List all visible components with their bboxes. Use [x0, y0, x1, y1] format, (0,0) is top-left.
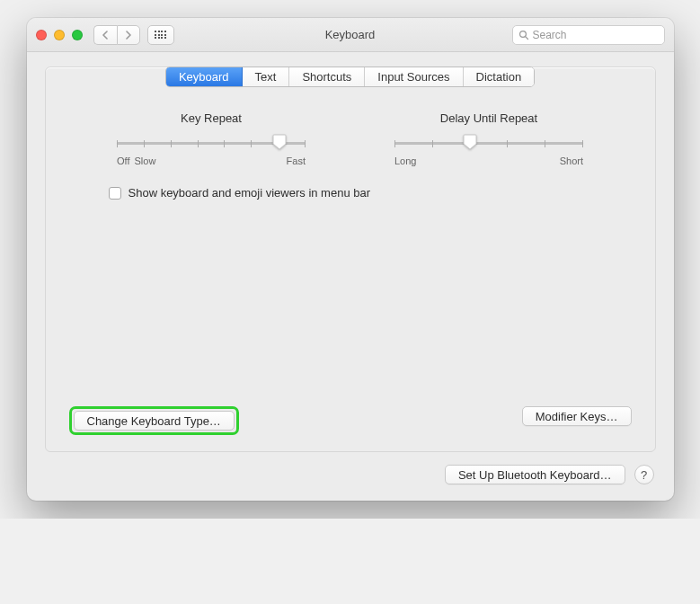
- delay-endlabels: Long Short: [394, 154, 583, 166]
- content-area: Keyboard Text Shortcuts Input Sources Di…: [27, 52, 674, 501]
- nav-buttons: [93, 25, 140, 45]
- tab-input-sources[interactable]: Input Sources: [365, 67, 463, 86]
- traffic-lights: [36, 30, 83, 40]
- close-window-button[interactable]: [36, 30, 47, 40]
- tab-shortcuts[interactable]: Shortcuts: [289, 67, 365, 86]
- change-keyboard-type-button[interactable]: Change Keyboard Type…: [74, 411, 235, 431]
- tab-dictation[interactable]: Dictation: [464, 67, 535, 86]
- delay-title: Delay Until Repeat: [394, 111, 583, 125]
- slider-ticks: [394, 140, 583, 147]
- preferences-window: Keyboard Keyboard Text Shortcuts Input S…: [27, 18, 674, 501]
- titlebar: Keyboard: [27, 18, 674, 52]
- grid-icon: [155, 31, 166, 39]
- delay-slider[interactable]: [394, 134, 583, 152]
- keyboard-panel: Keyboard Text Shortcuts Input Sources Di…: [45, 67, 656, 452]
- minimize-window-button[interactable]: [54, 30, 65, 40]
- show-all-button[interactable]: [147, 25, 174, 45]
- highlight-ring: Change Keyboard Type…: [69, 406, 239, 435]
- back-button[interactable]: [93, 25, 117, 45]
- search-input[interactable]: [533, 29, 659, 41]
- forward-button[interactable]: [117, 25, 140, 45]
- label-fast: Fast: [287, 155, 306, 166]
- label-long: Long: [394, 155, 416, 166]
- slider-thumb[interactable]: [272, 134, 287, 150]
- key-repeat-slider[interactable]: [117, 134, 306, 152]
- modifier-keys-button[interactable]: Modifier Keys…: [522, 406, 632, 426]
- show-viewers-option[interactable]: Show keyboard and emoji viewers in menu …: [46, 173, 655, 200]
- help-button[interactable]: ?: [634, 465, 654, 484]
- svg-line-1: [525, 36, 527, 39]
- key-repeat-title: Key Repeat: [117, 111, 306, 125]
- label-slow: Slow: [134, 155, 155, 166]
- label-short: Short: [560, 155, 583, 166]
- chevron-right-icon: [125, 31, 132, 40]
- label-off: Off: [117, 155, 129, 166]
- delay-until-repeat-block: Delay Until Repeat Long Short: [394, 111, 583, 166]
- zoom-window-button[interactable]: [72, 30, 83, 40]
- key-repeat-endlabels: Off Slow Fast: [117, 154, 306, 166]
- tab-row: Keyboard Text Shortcuts Input Sources Di…: [46, 67, 655, 87]
- search-field[interactable]: [512, 25, 665, 45]
- chevron-left-icon: [102, 31, 109, 40]
- setup-bluetooth-keyboard-button[interactable]: Set Up Bluetooth Keyboard…: [445, 465, 625, 484]
- footer-row: Set Up Bluetooth Keyboard… ?: [45, 452, 656, 484]
- search-icon: [518, 30, 529, 40]
- spacer: [46, 200, 655, 406]
- checkbox-label: Show keyboard and emoji viewers in menu …: [128, 186, 371, 200]
- sliders-area: Key Repeat Off Slow Fast: [46, 88, 655, 173]
- slider-thumb[interactable]: [463, 134, 477, 150]
- tab-keyboard[interactable]: Keyboard: [166, 67, 243, 86]
- key-repeat-block: Key Repeat Off Slow Fast: [117, 111, 306, 166]
- panel-bottom-row: Change Keyboard Type… Modifier Keys…: [46, 406, 655, 435]
- tab-text[interactable]: Text: [243, 67, 290, 86]
- tabs: Keyboard Text Shortcuts Input Sources Di…: [165, 67, 535, 87]
- checkbox[interactable]: [109, 187, 121, 200]
